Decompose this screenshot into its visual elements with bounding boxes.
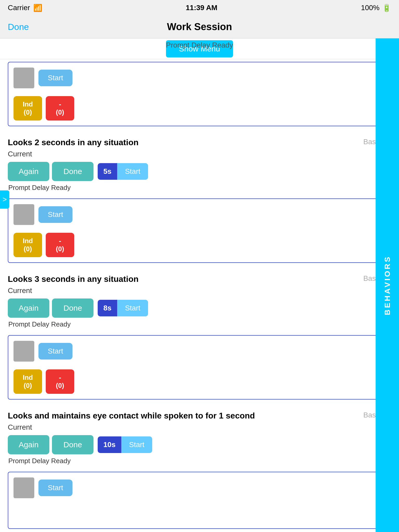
section-header-looks-3sec: Looks 3 seconds in any situation Baselin… xyxy=(8,274,391,284)
trial-card-1: Start Ind(0) -(0) xyxy=(8,62,391,126)
start-delay-button-looks-2sec[interactable]: Start xyxy=(117,163,148,180)
trial-card-2: Start Ind(0) -(0) xyxy=(8,198,391,263)
controls-row-eye-contact: Again Done 10s Start xyxy=(8,435,391,454)
behaviors-label: BEHAVIORS xyxy=(383,255,392,315)
controls-row-looks-3sec: Again Done 8s Start xyxy=(8,298,391,318)
behaviors-panel[interactable]: BEHAVIORS xyxy=(376,38,399,532)
card-thumbnail-4 xyxy=(14,477,34,498)
card-bottom-row-3: Ind(0) -(0) xyxy=(14,369,385,394)
section-current-eye-contact: Current xyxy=(8,423,391,431)
status-bar: Carrier 📶 11:39 AM 100% 🔋 xyxy=(0,0,399,16)
controls-row-looks-2sec: Again Done 5s Start xyxy=(8,162,391,181)
card-top-row-4: Start xyxy=(14,477,385,498)
trial-card-4: Start xyxy=(8,472,391,529)
section-eye-contact: Looks and maintains eye contact while sp… xyxy=(0,405,399,469)
section-current-looks-2sec: Current xyxy=(8,150,391,158)
battery-label: 100% xyxy=(361,4,380,12)
card-start-button-3[interactable]: Start xyxy=(38,343,72,360)
card-thumbnail-3 xyxy=(14,341,34,362)
done-button-looks-3sec[interactable]: Done xyxy=(52,298,94,318)
card-thumbnail-2 xyxy=(14,204,34,225)
delay-time-row-looks-2sec: 5s Start xyxy=(98,163,148,180)
minus-button-3[interactable]: -(0) xyxy=(46,369,74,394)
time-label: 11:39 AM xyxy=(186,4,217,12)
prompt-delay-ready-label-looks-3sec: Prompt Delay Ready xyxy=(8,320,391,328)
card-top-row-2: Start xyxy=(14,204,385,225)
page-title: Work Session xyxy=(167,21,232,32)
carrier-label: Carrier xyxy=(8,4,30,12)
section-current-looks-3sec: Current xyxy=(8,287,391,295)
done-button[interactable]: Done xyxy=(8,22,29,32)
chevron-left-button[interactable]: > xyxy=(0,190,9,209)
section-title-eye-contact: Looks and maintains eye contact while sp… xyxy=(8,411,363,421)
delay-time-row-eye-contact: 10s Start xyxy=(98,436,152,453)
section-title-looks-2sec: Looks 2 seconds in any situation xyxy=(8,138,363,147)
battery-icon: 🔋 xyxy=(382,4,391,12)
card-start-button-1[interactable]: Start xyxy=(38,70,72,86)
card-start-button-2[interactable]: Start xyxy=(38,206,72,223)
section-header-eye-contact: Looks and maintains eye contact while sp… xyxy=(8,411,391,421)
delay-time-badge-looks-3sec: 8s xyxy=(98,300,117,316)
card-thumbnail-1 xyxy=(14,68,34,88)
nav-bar: Done Work Session xyxy=(0,16,399,38)
done-button-looks-2sec[interactable]: Done xyxy=(52,162,94,181)
wifi-icon: 📶 xyxy=(33,4,42,12)
prompt-delay-group-looks-3sec: 8s Start xyxy=(98,300,148,316)
card-top-row-1: Start xyxy=(14,68,385,88)
start-delay-button-eye-contact[interactable]: Start xyxy=(121,436,152,453)
section-title-looks-3sec: Looks 3 seconds in any situation xyxy=(8,274,363,284)
delay-time-badge-looks-2sec: 5s xyxy=(98,163,117,180)
status-left: Carrier 📶 xyxy=(8,4,42,12)
prompt-delay-ready-label-looks-2sec: Prompt Delay Ready xyxy=(8,184,391,192)
delay-time-badge-eye-contact: 10s xyxy=(98,436,121,453)
card-start-button-4[interactable]: Start xyxy=(38,480,72,496)
minus-button-2[interactable]: -(0) xyxy=(46,233,74,257)
card-bottom-row-1: Ind(0) -(0) xyxy=(14,96,385,121)
ind-button-3[interactable]: Ind(0) xyxy=(14,369,42,394)
again-button-looks-3sec[interactable]: Again xyxy=(8,298,49,318)
prompt-delay-ready-text: Prompt Delay Ready xyxy=(166,41,233,49)
top-strip: Prompt Delay Ready Show Menu xyxy=(0,38,399,59)
prompt-delay-group-eye-contact: 10s Start xyxy=(98,436,152,453)
prompt-delay-group-looks-2sec: 5s Start xyxy=(98,163,148,180)
section-looks-2sec: Looks 2 seconds in any situation Baselin… xyxy=(0,131,399,196)
trial-card-3: Start Ind(0) -(0) xyxy=(8,335,391,400)
start-delay-button-looks-3sec[interactable]: Start xyxy=(117,300,148,316)
again-button-eye-contact[interactable]: Again xyxy=(8,435,49,454)
ind-button-1[interactable]: Ind(0) xyxy=(14,96,42,121)
done-button-eye-contact[interactable]: Done xyxy=(52,435,94,454)
status-right: 100% 🔋 xyxy=(361,4,391,12)
delay-time-row-looks-3sec: 8s Start xyxy=(98,300,148,316)
section-looks-3sec: Looks 3 seconds in any situation Baselin… xyxy=(0,268,399,332)
again-button-looks-2sec[interactable]: Again xyxy=(8,162,49,181)
section-header-looks-2sec: Looks 2 seconds in any situation Baselin… xyxy=(8,138,391,147)
main-content: Prompt Delay Ready Show Menu Start Ind(0… xyxy=(0,38,399,532)
prompt-delay-ready-label-eye-contact: Prompt Delay Ready xyxy=(8,457,391,465)
chevron-left-icon: > xyxy=(3,195,7,204)
card-top-row-3: Start xyxy=(14,341,385,362)
minus-button-1[interactable]: -(0) xyxy=(46,96,74,121)
ind-button-2[interactable]: Ind(0) xyxy=(14,233,42,257)
card-bottom-row-2: Ind(0) -(0) xyxy=(14,233,385,257)
